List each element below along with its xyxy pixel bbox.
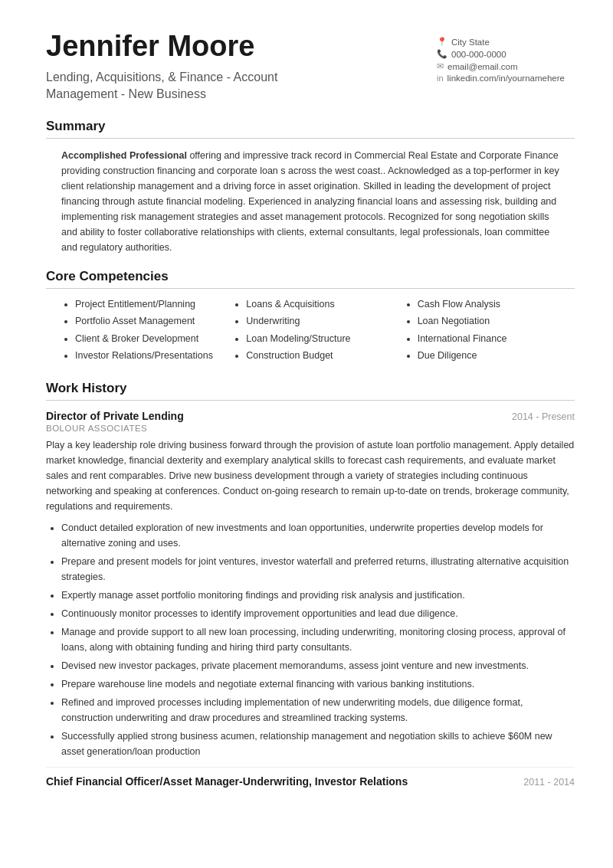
list-item: Investor Relations/Presentations [75, 349, 217, 363]
job-title-2: Chief Financial Officer/Asset Manager-Un… [46, 775, 408, 788]
job-header-1: Director of Private Lending 2014 - Prese… [46, 410, 575, 422]
contact-linkedin: in linkedin.com/in/yournamehere [437, 74, 575, 83]
summary-title: Summary [46, 119, 575, 139]
contact-location: 📍 City State [437, 37, 575, 47]
email-icon: ✉ [437, 61, 444, 71]
list-item: Project Entitlement/Planning [75, 298, 217, 312]
job-dates-2: 2011 - 2014 [523, 777, 575, 788]
work-history-section: Work History Director of Private Lending… [46, 381, 575, 788]
summary-bold: Accomplished Professional [61, 150, 187, 161]
bullet-item: Refined and improved processes including… [61, 695, 575, 726]
job-entry-2: Chief Financial Officer/Asset Manager-Un… [46, 767, 575, 788]
list-item: Loan Negotiation [418, 315, 559, 329]
competencies-list-2: Loans & Acquisitions Underwriting Loan M… [232, 298, 388, 363]
competencies-grid: Project Entitlement/Planning Portfolio A… [46, 298, 575, 367]
list-item: Portfolio Asset Management [75, 315, 217, 329]
competencies-list-3: Cash Flow Analysis Loan Negotiation Inte… [404, 298, 559, 363]
email-text: email@email.com [447, 62, 518, 71]
competencies-section: Core Competencies Project Entitlement/Pl… [46, 269, 575, 367]
competencies-col-1: Project Entitlement/Planning Portfolio A… [54, 298, 225, 367]
list-item: Construction Budget [246, 349, 388, 363]
phone-text: 000-000-0000 [451, 50, 506, 59]
candidate-name: Jennifer Moore [46, 31, 277, 63]
competencies-title: Core Competencies [46, 269, 575, 289]
header-left: Jennifer Moore Lending, Acquisitions, & … [46, 31, 277, 103]
list-item: Loan Modeling/Structure [246, 332, 388, 346]
bullet-item: Prepare warehouse line models and negoti… [61, 676, 575, 692]
bullet-item: Devised new investor packages, private p… [61, 658, 575, 673]
bullet-item: Continuously monitor processes to identi… [61, 606, 575, 621]
competencies-col-2: Loans & Acquisitions Underwriting Loan M… [225, 298, 395, 367]
company-name-1: BOLOUR ASSOCIATES [46, 424, 575, 433]
job-description-1: Play a key leadership role driving busin… [46, 437, 575, 514]
subtitle-line2: Management - New Business [46, 87, 206, 100]
job-title-1: Director of Private Lending [46, 410, 184, 422]
summary-text-content: offering and impressive track record in … [61, 150, 559, 253]
subtitle-line1: Lending, Acquisitions, & Finance - Accou… [46, 70, 277, 84]
competencies-col-3: Cash Flow Analysis Loan Negotiation Inte… [396, 298, 567, 367]
bullet-item: Prepare and present models for joint ven… [61, 554, 575, 585]
competencies-list-1: Project Entitlement/Planning Portfolio A… [61, 298, 217, 363]
list-item: Loans & Acquisitions [246, 298, 388, 312]
list-item: Cash Flow Analysis [418, 298, 559, 312]
contact-phone: 📞 000-000-0000 [437, 49, 575, 59]
summary-body: Accomplished Professional offering and i… [46, 148, 575, 255]
contact-email: ✉ email@email.com [437, 61, 575, 71]
list-item: Client & Broker Development [75, 332, 217, 346]
linkedin-text: linkedin.com/in/yournamehere [447, 74, 565, 83]
linkedin-icon: in [437, 74, 444, 83]
contact-info: 📍 City State 📞 000-000-0000 ✉ email@emai… [437, 31, 575, 85]
bullet-item: Manage and provide support to all new lo… [61, 624, 575, 655]
location-icon: 📍 [437, 37, 447, 47]
job-bullets-1: Conduct detailed exploration of new inve… [46, 520, 575, 759]
bullet-item: Conduct detailed exploration of new inve… [61, 520, 575, 551]
location-text: City State [451, 38, 490, 47]
summary-section: Summary Accomplished Professional offeri… [46, 119, 575, 255]
resume-header: Jennifer Moore Lending, Acquisitions, & … [46, 31, 575, 103]
work-history-title: Work History [46, 381, 575, 401]
list-item: Underwriting [246, 315, 388, 329]
job-entry-1: Director of Private Lending 2014 - Prese… [46, 410, 575, 759]
list-item: International Finance [418, 332, 559, 346]
bullet-item: Expertly manage asset portfolio monitori… [61, 588, 575, 603]
phone-icon: 📞 [437, 49, 447, 59]
job-dates-1: 2014 - Present [512, 411, 575, 422]
list-item: Due Diligence [418, 349, 559, 363]
candidate-subtitle: Lending, Acquisitions, & Finance - Accou… [46, 69, 277, 103]
bullet-item: Successfully applied strong business acu… [61, 729, 575, 759]
